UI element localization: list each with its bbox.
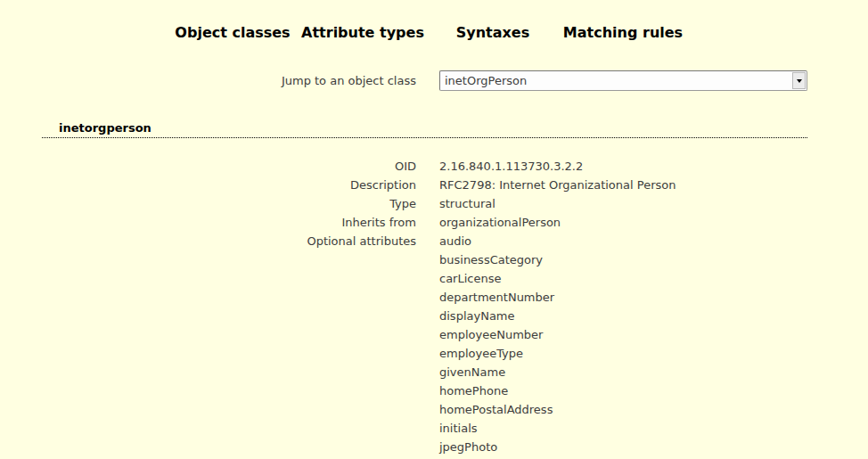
jump-label: Jump to an object class [42, 70, 416, 91]
schema-nav: Object classes Attribute types Syntaxes … [168, 24, 868, 41]
detail-row: Inherits fromorganizationalPerson [42, 213, 807, 232]
detail-value: 2.16.840.1.113730.3.2.2 [439, 157, 807, 176]
detail-value: employeeNumber [439, 325, 807, 344]
select-dropdown-button[interactable] [792, 72, 806, 89]
detail-value: jpegPhoto [439, 438, 807, 456]
detail-row: Optional attributesaudiobusinessCategory… [42, 232, 807, 456]
detail-value: departmentNumber [439, 288, 807, 307]
detail-label: Inherits from [42, 213, 416, 232]
detail-value: RFC2798: Internet Organizational Person [439, 176, 807, 194]
detail-label: OID [42, 157, 416, 176]
object-class-select[interactable]: inetOrgPerson [439, 70, 807, 91]
section-title: inetorgperson [42, 121, 807, 138]
detail-value: employeeType [439, 344, 807, 363]
detail-label: Description [42, 176, 416, 194]
detail-value: organizationalPerson [439, 213, 807, 232]
detail-label: Type [42, 194, 416, 213]
detail-values: organizationalPerson [439, 213, 807, 232]
detail-value: initials [439, 419, 807, 438]
detail-label: Optional attributes [42, 232, 416, 456]
detail-values: structural [439, 194, 807, 213]
detail-value: structural [439, 194, 807, 213]
detail-values: audiobusinessCategorycarLicensedepartmen… [439, 232, 807, 456]
nav-syntaxes[interactable]: Syntaxes [428, 24, 558, 41]
detail-values: RFC2798: Internet Organizational Person [439, 176, 807, 194]
nav-object-classes[interactable]: Object classes [168, 24, 298, 41]
object-class-select-value: inetOrgPerson [440, 74, 791, 87]
detail-value: givenName [439, 363, 807, 381]
detail-values: 2.16.840.1.113730.3.2.2 [439, 157, 807, 176]
detail-row: DescriptionRFC2798: Internet Organizatio… [42, 176, 807, 194]
detail-row: OID2.16.840.1.113730.3.2.2 [42, 157, 807, 176]
page-content: Jump to an object class inetOrgPerson in… [42, 70, 807, 456]
detail-value: homePostalAddress [439, 400, 807, 419]
detail-value: businessCategory [439, 250, 807, 269]
jump-row: Jump to an object class inetOrgPerson [42, 70, 807, 91]
detail-value: audio [439, 232, 807, 250]
details-table: OID2.16.840.1.113730.3.2.2DescriptionRFC… [42, 157, 807, 456]
nav-matching-rules[interactable]: Matching rules [558, 24, 688, 41]
chevron-down-icon [797, 79, 802, 83]
detail-value: displayName [439, 307, 807, 325]
nav-attribute-types[interactable]: Attribute types [298, 24, 428, 41]
detail-row: Typestructural [42, 194, 807, 213]
detail-value: homePhone [439, 381, 807, 400]
detail-value: carLicense [439, 269, 807, 288]
